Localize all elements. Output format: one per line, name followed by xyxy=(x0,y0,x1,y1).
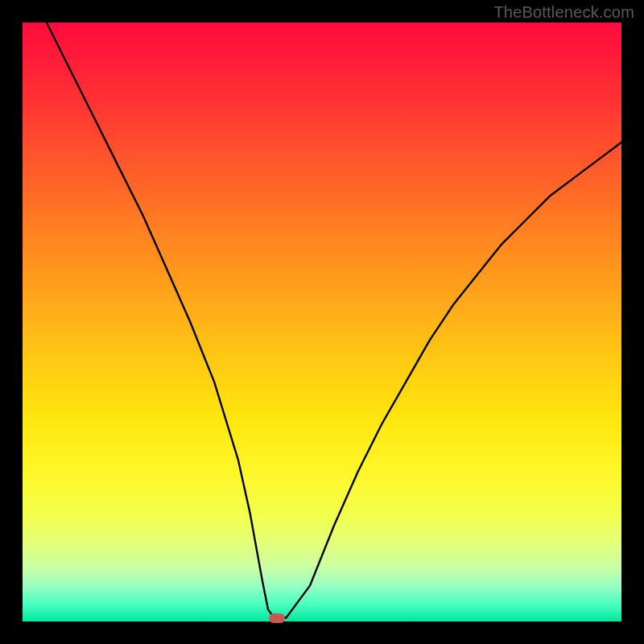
chart-frame: TheBottleneck.com xyxy=(0,0,644,644)
minimum-marker xyxy=(269,613,285,623)
watermark-text: TheBottleneck.com xyxy=(493,3,634,22)
bottleneck-curve xyxy=(23,23,621,621)
plot-area xyxy=(23,23,621,621)
